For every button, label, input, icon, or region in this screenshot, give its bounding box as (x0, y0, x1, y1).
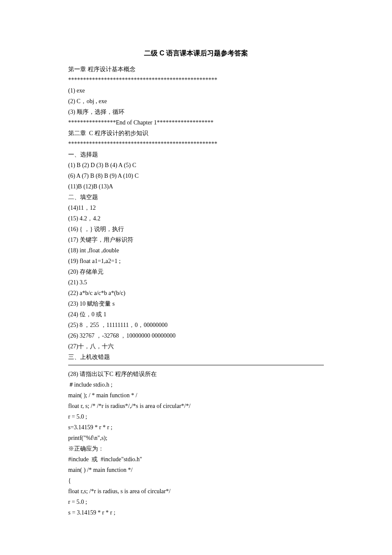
text-line: 第一章 程序设计基本概念 (68, 64, 324, 75)
text-line: 三、上机改错题 (68, 352, 324, 362)
text-line: ※正确应为： (68, 443, 324, 454)
text-line: (1) exe (68, 85, 324, 96)
text-line: ****************End of Chapter 1********… (68, 117, 324, 128)
document-page: 二级 C 语言课本课后习题参考答案 第一章 程序设计基本概念**********… (0, 0, 392, 555)
text-line: r = 5.0 ; (68, 411, 324, 422)
text-line: (14)11，12 (68, 202, 324, 213)
text-line: ****************************************… (68, 75, 324, 85)
text-line: (21) 3.5 (68, 277, 324, 288)
text-line: float r, s; /* /*r is radius*/,/*s is ar… (68, 401, 324, 411)
text-line: 第二章 C 程序设计的初步知识 (68, 128, 324, 139)
text-line: (16) { ，} 说明，执行 (68, 224, 324, 234)
text-line: (1) B (2) D (3) B (4) A (5) C (68, 160, 324, 171)
text-line: ＃include stdio.h ; (68, 379, 324, 390)
text-line: s = 3.14159 * r * r ; (68, 507, 324, 518)
text-line: (19) float a1=1,a2=1 ; (68, 256, 324, 266)
text-line: r = 5.0 ; (68, 497, 324, 507)
page-title: 二级 C 语言课本课后习题参考答案 (68, 49, 324, 58)
text-line: (2) C，obj , exe (68, 96, 324, 107)
text-line: (27)十，八，十六 (68, 341, 324, 352)
text-line: #include 或 #include"stdio.h" (68, 454, 324, 465)
text-line: 二、填空题 (68, 192, 324, 202)
text-line: (26) 32767 ，-32768 ，10000000 00000000 (68, 330, 324, 341)
text-line: (28) 请指出以下C 程序的错误所在 (68, 369, 324, 379)
text-line: float r,s; /*r is radius, s is area of c… (68, 486, 324, 497)
text-line: (25) 8 ，255 ，11111111，0，00000000 (68, 320, 324, 330)
text-line: (22) a*b/c a/c*b a*(b/c) (68, 288, 324, 298)
text-line: s=3.14159 * r * r ; (68, 422, 324, 433)
text-line: (11)B (12)B (13)A (68, 181, 324, 192)
text-line: (23) 10 赋给变量 s (68, 298, 324, 309)
text-line: ****************************************… (68, 139, 324, 149)
text-line: 一、选择题 (68, 149, 324, 160)
text-line: { (68, 475, 324, 486)
text-line: (3) 顺序，选择，循环 (68, 107, 324, 117)
text-line: main( ); / * main function * / (68, 390, 324, 401)
text-line: (18) int ,float ,double (68, 245, 324, 256)
text-line: (24) 位，0 或 1 (68, 309, 324, 320)
text-line: (15) 4.2，4.2 (68, 213, 324, 224)
text-line: main( ) /* main function */ (68, 465, 324, 475)
text-line: printf("%f\n",s); (68, 433, 324, 443)
text-line: (17) 关键字，用户标识符 (68, 234, 324, 245)
text-line: (20) 存储单元 (68, 266, 324, 277)
section-divider (68, 365, 324, 365)
text-line: (6) A (7) B (8) B (9) A (10) C (68, 171, 324, 181)
body-content: 第一章 程序设计基本概念****************************… (68, 64, 324, 518)
